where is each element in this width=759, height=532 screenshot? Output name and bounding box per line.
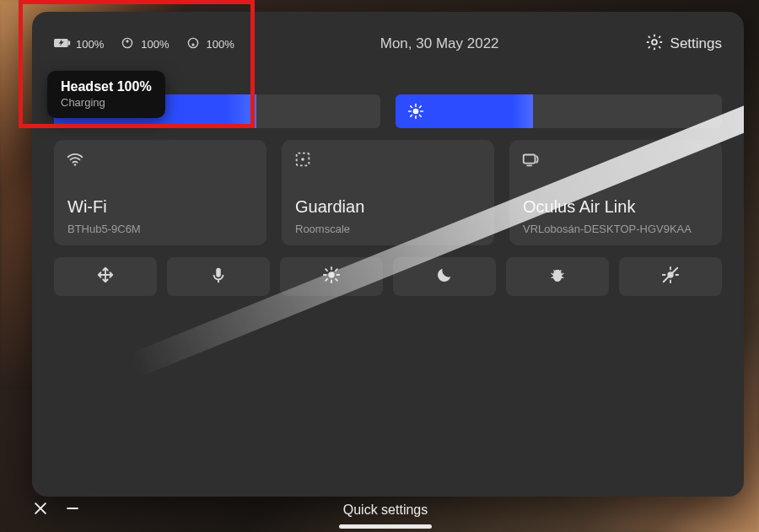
card-wifi-subtitle: BTHub5-9C6M [67, 223, 141, 235]
svg-line-29 [336, 279, 337, 281]
dock-handle[interactable] [339, 524, 432, 529]
guardian-icon [293, 150, 312, 172]
settings-button[interactable]: Settings [645, 33, 722, 56]
quick-settings-panel: 100% 100% 100% Mon, 30 May 2022 Settings [32, 12, 744, 497]
brightness-slider[interactable] [396, 94, 722, 128]
card-airlink-subtitle: VRLobosán-DESKTOP-HGV9KAA [523, 223, 692, 235]
card-wifi[interactable]: Wi-Fi BTHub5-9C6M [54, 140, 266, 245]
battery-status-group[interactable]: 100% 100% 100% [54, 37, 234, 51]
svg-line-15 [420, 106, 422, 108]
minimize-icon[interactable] [64, 500, 81, 520]
qbtn-move[interactable] [54, 257, 157, 296]
card-guardian-title: Guardian [295, 197, 364, 217]
svg-point-5 [191, 43, 194, 46]
close-icon[interactable] [32, 500, 49, 520]
move-icon [96, 266, 115, 287]
svg-line-30 [326, 279, 327, 281]
cards-row: Wi-Fi BTHub5-9C6M Guardian Roomscale Ocu… [54, 140, 722, 245]
svg-rect-21 [216, 268, 221, 277]
mic-icon [209, 266, 228, 287]
controller-left-icon [119, 37, 136, 51]
battery-right-controller[interactable]: 100% [185, 37, 234, 51]
sun-slash-icon [661, 266, 680, 287]
bug-icon [548, 266, 567, 287]
battery-headset[interactable]: 100% [54, 37, 104, 51]
dock-title: Quick settings [343, 502, 428, 518]
card-guardian-subtitle: Roomscale [295, 223, 350, 235]
svg-point-2 [123, 38, 132, 47]
svg-rect-1 [68, 40, 71, 45]
moon-icon [435, 266, 454, 287]
dock-bar: Quick settings [27, 493, 744, 527]
card-airlink[interactable]: Oculus Air Link VRLobosán-DESKTOP-HGV9KA… [509, 140, 722, 245]
svg-point-6 [652, 40, 657, 45]
svg-point-23 [328, 271, 334, 277]
svg-point-7 [413, 109, 419, 115]
battery-right-pct: 100% [207, 38, 234, 51]
svg-point-18 [301, 158, 304, 161]
battery-charging-icon [54, 37, 71, 51]
battery-tooltip: Headset 100% Charging [47, 71, 165, 118]
svg-point-16 [74, 164, 77, 166]
date-label: Mon, 30 May 2022 [380, 35, 499, 52]
qbtn-bug[interactable] [506, 257, 609, 296]
sun-icon [322, 266, 341, 287]
qbtn-mic[interactable] [167, 257, 270, 296]
svg-rect-19 [524, 155, 536, 164]
gear-icon [645, 33, 664, 56]
qbtn-record-off[interactable] [619, 257, 722, 296]
svg-point-3 [126, 40, 129, 42]
tooltip-title: Headset 100% [61, 79, 152, 94]
wifi-icon [66, 150, 84, 172]
card-airlink-title: Oculus Air Link [523, 197, 635, 217]
card-wifi-title: Wi-Fi [67, 197, 107, 217]
battery-headset-pct: 100% [76, 38, 104, 51]
svg-line-13 [420, 116, 422, 117]
svg-point-4 [188, 38, 197, 47]
quick-buttons-row [54, 257, 722, 296]
svg-line-31 [336, 269, 337, 271]
battery-left-controller[interactable]: 100% [119, 37, 169, 51]
header-row: 100% 100% 100% Mon, 30 May 2022 Settings [54, 27, 722, 61]
card-guardian[interactable]: Guardian Roomscale [282, 140, 494, 245]
airlink-icon [521, 150, 540, 172]
controller-right-icon [185, 37, 202, 51]
qbtn-brightness[interactable] [280, 257, 383, 296]
brightness-icon [407, 103, 424, 120]
svg-line-14 [411, 116, 412, 117]
tooltip-subtitle: Charging [61, 96, 152, 109]
settings-label: Settings [670, 35, 722, 52]
qbtn-night[interactable] [393, 257, 496, 296]
svg-line-28 [326, 269, 327, 271]
battery-left-pct: 100% [141, 38, 169, 51]
svg-line-12 [411, 106, 412, 108]
